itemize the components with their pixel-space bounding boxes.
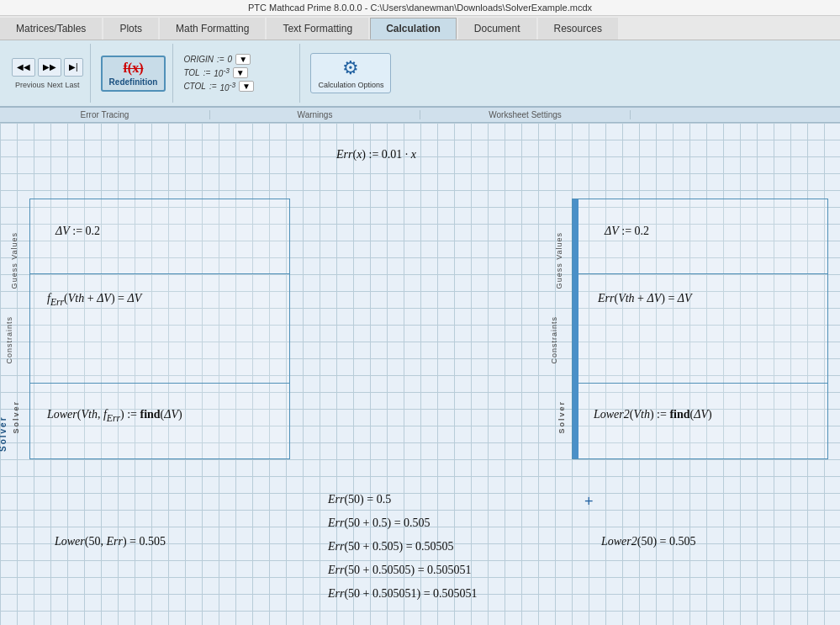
left-constraint-separator (30, 273, 289, 274)
right-outer-guess-label: Guess Values (555, 232, 563, 289)
left-outer-constraints-label: Constraints (5, 316, 13, 364)
calc-options-button[interactable]: ⚙ Calculation Options (310, 53, 391, 93)
tab-math-formatting[interactable]: Math Formatting (160, 18, 265, 40)
right-solver-eq: Lower2(Vth) := find(ΔV) (594, 408, 712, 421)
right-delta-v: ΔV := 0.2 (605, 225, 649, 238)
last-label: Last (66, 81, 80, 89)
tab-resources[interactable]: Resources (538, 18, 618, 40)
tab-matrices-tables[interactable]: Matrices/Tables (0, 18, 102, 40)
calc-options-icon: ⚙ (342, 57, 359, 79)
tab-bar: Matrices/Tables Plots Math Formatting Te… (0, 16, 840, 40)
title-bar: PTC Mathcad Prime 8.0.0.0 - C:\Users\dan… (0, 0, 840, 16)
origin-row: ORIGIN := 0 ▼ (183, 54, 293, 65)
prev-label: Previous (15, 81, 45, 89)
redef-label: Redefinition (109, 77, 158, 87)
rl-worksheet-settings: Worksheet Settings (420, 110, 631, 119)
right-solver-separator (578, 383, 827, 384)
left-outer-guess-label: Guess Values (10, 232, 18, 289)
tol-dropdown[interactable]: ▼ (233, 67, 248, 78)
left-solver-separator (30, 383, 289, 384)
main-content: Err(x) := 0.01 · x Guess Values Constrai… (0, 123, 840, 625)
worksheet-settings-group: ORIGIN := 0 ▼ TOL := 10-3 ▼ CTOL := 10-3… (177, 44, 300, 103)
right-outer-solver-label: Solver (557, 400, 566, 434)
right-constraint-separator (578, 273, 827, 274)
next-label: Next (47, 81, 63, 89)
warnings-group: f(x) Redefinition (94, 44, 174, 103)
right-blue-sidebar (573, 199, 578, 458)
result-0: Err(50) = 0.5 (328, 493, 391, 506)
calc-options-group: ⚙ Calculation Options (304, 44, 398, 103)
result-1: Err(50 + 0.5) = 0.505 (328, 516, 431, 530)
left-delta-v: ΔV := 0.2 (55, 225, 100, 238)
result-4: Err(50 + 0.505051) = 0.505051 (328, 587, 478, 601)
origin-op: := (217, 55, 225, 64)
ctol-op: := (209, 82, 217, 91)
tol-label: TOL (183, 68, 199, 77)
error-tracing-group: ◀◀ ▶▶ ▶| Previous Next Last (5, 44, 91, 103)
right-outer-constraints-label: Constraints (550, 316, 558, 364)
ctol-label: CTOL (183, 82, 206, 91)
tol-val: 10-3 (214, 66, 230, 78)
next-button[interactable]: ▶▶ (38, 58, 61, 77)
left-solver-label: Solver (0, 401, 8, 452)
tab-document[interactable]: Document (458, 18, 536, 40)
ctol-dropdown[interactable]: ▼ (239, 81, 254, 92)
ribbon-labels: Error Tracing Warnings Worksheet Setting… (0, 108, 840, 123)
lower-result: Lower(50, Err) = 0.505 (55, 535, 166, 548)
origin-val: 0 (228, 55, 233, 64)
nav-group: ◀◀ ▶▶ ▶| Previous Next Last (12, 58, 83, 89)
redefinition-button[interactable]: f(x) Redefinition (101, 56, 166, 92)
result-3: Err(50 + 0.50505) = 0.505051 (328, 564, 472, 577)
left-solver-box: Guess Values Constraints Solver ΔV := 0.… (29, 199, 290, 459)
tol-row: TOL := 10-3 ▼ (183, 66, 293, 78)
tab-plots[interactable]: Plots (103, 18, 158, 40)
left-constraint-eq: fErr(Vth + ΔV) = ΔV (47, 292, 141, 308)
tab-calculation[interactable]: Calculation (370, 18, 457, 40)
plus-button[interactable]: + (584, 493, 594, 511)
title-text: PTC Mathcad Prime 8.0.0.0 - C:\Users\dan… (248, 3, 592, 13)
origin-dropdown[interactable]: ▼ (235, 54, 251, 65)
right-constraint-eq: Err(Vth + ΔV) = ΔV (598, 292, 692, 305)
tab-text-formatting[interactable]: Text Formatting (267, 18, 368, 40)
prev-button[interactable]: ◀◀ (12, 58, 35, 77)
nav-labels-row: Previous Next Last (15, 79, 80, 89)
calc-options-label: Calculation Options (318, 81, 383, 89)
rl-error-tracing: Error Tracing (0, 110, 210, 119)
ribbon: ◀◀ ▶▶ ▶| Previous Next Last f(x) Redefin… (0, 40, 840, 108)
last-button[interactable]: ▶| (64, 58, 83, 77)
left-solver-eq: Lower(Vth, fErr) := find(ΔV) (47, 408, 182, 424)
origin-label: ORIGIN (183, 55, 214, 64)
ctol-val: 10-3 (220, 81, 236, 93)
ctol-row: CTOL := 10-3 ▼ (183, 81, 293, 93)
tol-op: := (203, 68, 211, 77)
result-2: Err(50 + 0.505) = 0.50505 (328, 540, 454, 553)
left-outer-solver-label: Solver (12, 400, 20, 434)
nav-buttons-row: ◀◀ ▶▶ ▶| (12, 58, 83, 77)
worksheet-settings-fields: ORIGIN := 0 ▼ TOL := 10-3 ▼ CTOL := 10-3… (183, 54, 293, 93)
right-solver-box: ΔV := 0.2 Err(Vth + ΔV) = ΔV Lower2(Vth)… (572, 199, 828, 459)
rl-warnings: Warnings (210, 110, 420, 119)
redef-icon: f(x) (109, 61, 158, 76)
title-formula: Err(x) := 0.01 · x (336, 148, 416, 162)
lower2-result: Lower2(50) = 0.505 (601, 535, 696, 548)
